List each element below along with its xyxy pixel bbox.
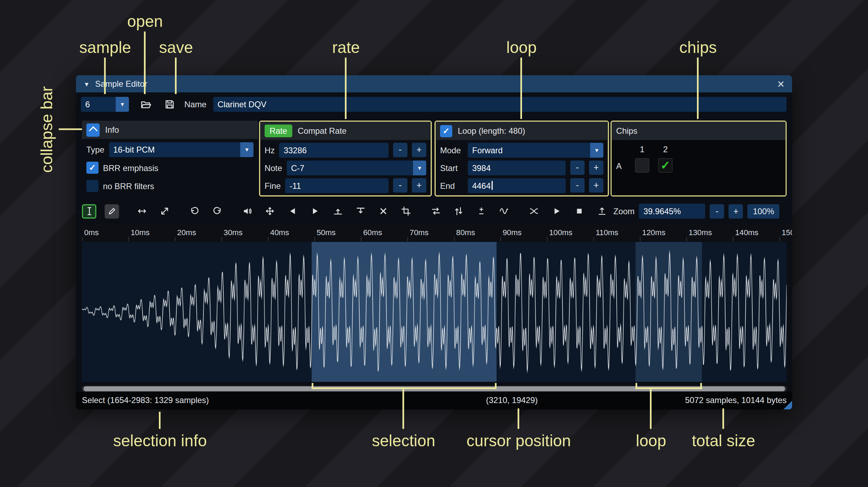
window-collapse-triangle-icon[interactable]: ▼ [84,80,90,87]
crossfade-loop-button[interactable] [527,204,541,218]
resize-button[interactable] [135,204,149,218]
loop-end-decrement-button[interactable]: - [570,178,584,193]
mode-row: Mode Forward ▼ [436,142,608,157]
annotation-selection-info-line [159,412,161,429]
amplify-button[interactable] [240,204,254,218]
stop-preview-button[interactable] [572,204,586,218]
normalize-button[interactable] [262,204,277,218]
reverse-button[interactable] [429,204,443,218]
zoom-reset-button[interactable]: 100% [747,204,779,218]
draw-mode-button[interactable] [105,204,119,218]
timeline-tick [361,237,362,241]
note-row: Note C-7 ▼ [260,160,431,175]
preview-button[interactable] [549,204,563,218]
window-resize-grip[interactable] [783,401,792,409]
loop-end-increment-button[interactable]: + [589,178,603,193]
close-icon[interactable]: × [777,78,784,90]
loop-end-row: End 4464 - + [436,178,608,193]
titlebar[interactable]: ▼ Sample Editor × [76,75,792,92]
chip-2-checkbox[interactable]: ✓ [658,158,673,172]
invert-button[interactable] [451,204,466,218]
sections-row: Info Type 16-bit PCM ▼ ✓ BRR em [76,121,792,196]
filter-icon [499,207,508,216]
hz-input[interactable]: 33286 [279,142,389,157]
timeline-label: 150ms [782,228,792,237]
annotation-total-size-line [722,408,724,429]
sample-name-input[interactable]: Clarinet DQV [213,97,787,112]
insert-silence-button[interactable] [330,204,345,218]
tab-rate[interactable]: Rate [264,124,292,137]
chevron-down-icon: ▼ [413,160,426,175]
toolbar-icons [82,204,609,218]
timeline-label: 110ms [596,228,618,237]
loop-mode-select[interactable]: Forward ▼ [468,142,603,157]
timeline-label: 10ms [131,228,149,237]
redo-button[interactable] [210,204,224,218]
fine-decrement-button[interactable]: - [393,178,407,193]
timeline-ruler[interactable]: 0ms10ms20ms30ms40ms50ms60ms70ms80ms90ms1… [82,224,792,241]
rate-section: Rate Compat Rate Hz 33286 - + Note [259,121,432,196]
annotation-cursor-position-line [517,408,519,429]
chip-column-2-label: 2 [658,145,673,154]
loop-end-input[interactable]: 4464 [468,178,566,193]
rate-body: Hz 33286 - + Note C-7 ▼ [260,140,431,195]
fade-out-button[interactable] [308,204,322,218]
chips-section: Chips 1 2 A ✓ [610,121,786,196]
delete-button[interactable] [376,204,390,218]
chip-row-a-label: A [616,161,622,170]
hz-decrement-button[interactable]: - [393,143,407,157]
filter-button[interactable] [497,204,511,218]
loop-start-increment-button[interactable]: + [589,161,603,175]
select-mode-button[interactable] [82,204,96,218]
create-instrument-icon [597,207,606,216]
tab-compat-rate[interactable]: Compat Rate [298,126,346,136]
waveform-display[interactable] [82,242,786,382]
sample-name-value: Clarinet DQV [217,100,266,109]
timeline-tick [640,237,640,241]
chip-1-checkbox[interactable] [635,158,649,172]
chevron-down-icon: ▼ [590,142,604,157]
fade-in-button[interactable] [285,204,299,218]
annotation-sample-label: sample [79,38,131,56]
collapse-info-button[interactable] [86,123,100,136]
fine-input[interactable]: -11 [285,178,389,193]
fine-increment-button[interactable]: + [412,178,426,193]
resample-button[interactable] [157,204,171,218]
selection-info-text: Select (1654-2983: 1329 samples) [82,392,209,409]
cursor-position-text: (3210, 19429) [486,392,538,409]
hz-value: 33286 [284,145,307,155]
trim-button[interactable] [399,204,413,218]
loop-enable-checkbox[interactable]: ✓ [440,125,452,137]
save-sample-button[interactable] [162,97,178,112]
type-row: Type 16-bit PCM ▼ [82,142,258,157]
resize-icon [137,207,146,216]
zoom-out-button[interactable]: - [710,204,724,218]
open-sample-button[interactable] [138,97,154,112]
zoom-in-button[interactable]: + [729,204,743,218]
horizontal-scrollbar[interactable] [82,386,786,392]
check-icon: ✓ [661,159,670,172]
scrollbar-handle[interactable] [84,386,785,391]
loop-start-decrement-button[interactable]: - [570,161,584,175]
note-select[interactable]: C-7 ▼ [286,160,426,175]
zoom-input[interactable]: 39.9645% [639,204,706,219]
type-select[interactable]: 16-bit PCM ▼ [109,142,253,157]
no-brr-filters-checkbox[interactable] [86,180,99,192]
timeline-label: 100ms [549,228,573,237]
create-instrument-button[interactable] [594,204,609,218]
apply-silence-button[interactable] [353,204,368,218]
total-size-text: 5072 samples, 10144 bytes [685,392,786,409]
sample-number-select[interactable]: 6 ▼ [81,97,129,112]
brr-emphasis-checkbox[interactable]: ✓ [86,162,99,174]
annotation-loop-bottom-label: loop [636,432,666,450]
loop-start-input[interactable]: 3984 [468,160,566,175]
signed-unsigned-button[interactable] [474,204,488,218]
undo-button[interactable] [187,204,201,218]
timeline-tick [593,237,594,241]
note-value: C-7 [286,160,413,175]
hz-increment-button[interactable]: + [412,143,426,157]
select-mode-icon [84,207,94,216]
loop-start-value: 3984 [472,163,491,172]
loop-header: ✓ Loop (length: 480) [436,122,608,140]
screenshot-stage: ▼ Sample Editor × 6 ▼ Name Clarinet [0,0,868,487]
